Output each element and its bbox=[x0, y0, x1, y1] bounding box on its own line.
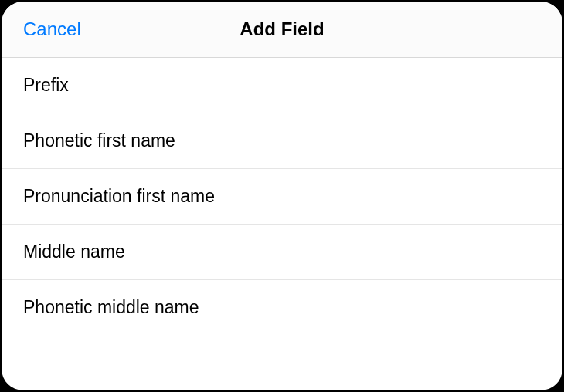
field-option-prefix[interactable]: Prefix bbox=[2, 58, 562, 113]
page-title: Add Field bbox=[240, 19, 324, 40]
field-label: Pronunciation first name bbox=[23, 186, 215, 206]
add-field-screen: Cancel Add Field Prefix Phonetic first n… bbox=[2, 2, 562, 390]
field-option-pronunciation-first-name[interactable]: Pronunciation first name bbox=[2, 169, 562, 225]
field-label: Prefix bbox=[23, 75, 69, 95]
field-label: Middle name bbox=[23, 242, 125, 262]
cancel-button[interactable]: Cancel bbox=[23, 19, 81, 40]
field-option-phonetic-middle-name[interactable]: Phonetic middle name bbox=[2, 280, 562, 335]
field-list: Prefix Phonetic first name Pronunciation… bbox=[2, 58, 562, 390]
header-bar: Cancel Add Field bbox=[2, 2, 562, 58]
field-option-phonetic-first-name[interactable]: Phonetic first name bbox=[2, 113, 562, 169]
field-label: Phonetic middle name bbox=[23, 297, 199, 317]
field-label: Phonetic first name bbox=[23, 130, 175, 150]
field-option-middle-name[interactable]: Middle name bbox=[2, 225, 562, 280]
